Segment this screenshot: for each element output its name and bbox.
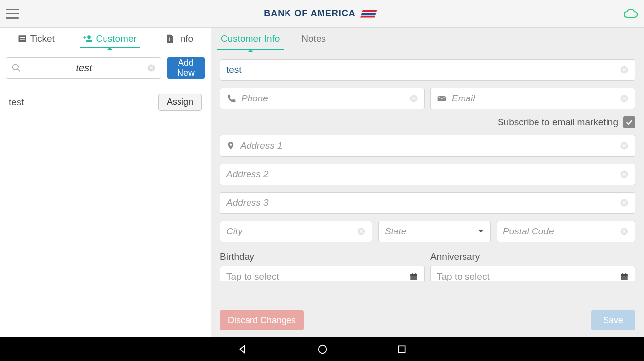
search-result-row[interactable]: test Assign [0, 86, 211, 119]
discard-button[interactable]: Discard Changes [220, 310, 304, 330]
brand-text: BANK OF AMERICA [264, 8, 355, 19]
content-tabs: Customer Info Notes [211, 28, 644, 50]
svg-rect-33 [398, 346, 405, 352]
clear-search-icon[interactable] [147, 64, 156, 72]
tab-info[interactable]: Info [162, 31, 196, 47]
svg-rect-5 [20, 39, 25, 40]
svg-rect-1 [361, 13, 376, 15]
tab-notes[interactable]: Notes [300, 29, 327, 49]
address2-field[interactable] [220, 164, 635, 185]
add-customer-icon [83, 34, 93, 44]
address1-input[interactable] [240, 140, 620, 151]
ticket-icon [17, 34, 27, 44]
calendar-icon [620, 272, 629, 281]
anniversary-placeholder: Tap to select [437, 271, 490, 281]
clear-icon[interactable] [620, 94, 629, 103]
nav-home-icon[interactable] [317, 344, 328, 355]
svg-rect-8 [85, 36, 86, 39]
tab-ticket-label: Ticket [30, 33, 55, 44]
email-icon [437, 94, 447, 103]
birthday-field[interactable]: Tap to select [220, 266, 425, 281]
svg-rect-10 [170, 36, 171, 37]
search-input[interactable] [21, 63, 147, 74]
svg-rect-31 [625, 273, 626, 275]
anniversary-field[interactable]: Tap to select [430, 266, 635, 281]
svg-rect-4 [20, 37, 25, 38]
phone-icon [226, 94, 236, 103]
name-field[interactable] [220, 59, 635, 81]
clear-icon[interactable] [620, 198, 629, 207]
result-name: test [9, 97, 24, 108]
date-labels-row: Birthday Anniversary [220, 251, 635, 262]
email-input[interactable] [452, 93, 620, 104]
search-box[interactable] [6, 57, 161, 79]
save-button[interactable]: Save [591, 310, 635, 330]
svg-rect-27 [415, 273, 416, 275]
clear-icon[interactable] [620, 66, 629, 74]
city-input[interactable] [226, 226, 357, 237]
clear-icon[interactable] [620, 170, 629, 179]
nav-recent-icon[interactable] [397, 344, 407, 354]
svg-rect-30 [622, 273, 623, 275]
birthday-placeholder: Tap to select [226, 271, 279, 281]
menu-icon[interactable] [6, 9, 19, 19]
action-bar: Discard Changes Save [211, 303, 644, 337]
subscribe-row: Subscribe to email marketing [220, 116, 635, 128]
clear-icon[interactable] [620, 141, 629, 150]
address2-input[interactable] [226, 169, 620, 180]
search-icon [11, 63, 21, 73]
sidebar: Ticket Customer Info Add New test Assign [0, 28, 211, 337]
svg-rect-29 [621, 274, 628, 276]
tab-customer-info-label: Customer Info [221, 33, 280, 44]
brand-logo: BANK OF AMERICA [264, 8, 378, 19]
tab-customer[interactable]: Customer [80, 31, 139, 47]
city-field[interactable] [220, 221, 372, 242]
cloud-sync-icon[interactable] [623, 8, 638, 19]
info-file-icon [165, 34, 175, 44]
anniversary-label: Anniversary [430, 251, 635, 262]
subscribe-checkbox[interactable] [623, 116, 635, 128]
phone-field[interactable] [220, 88, 425, 109]
main-area: Ticket Customer Info Add New test Assign [0, 28, 644, 337]
tab-customer-info[interactable]: Customer Info [220, 29, 281, 49]
clear-icon[interactable] [620, 227, 629, 236]
nav-back-icon[interactable] [237, 344, 248, 355]
postal-input[interactable] [503, 226, 620, 237]
tab-customer-label: Customer [96, 33, 136, 44]
form-divider [220, 284, 635, 284]
phone-input[interactable] [241, 93, 409, 104]
tab-ticket[interactable]: Ticket [14, 31, 58, 47]
svg-point-32 [319, 345, 327, 354]
assign-button[interactable]: Assign [158, 94, 202, 111]
add-new-button[interactable]: Add New [167, 57, 205, 79]
top-bar: BANK OF AMERICA [0, 0, 644, 28]
svg-point-6 [88, 35, 91, 39]
svg-rect-25 [410, 274, 417, 276]
chevron-down-icon [477, 228, 484, 235]
svg-point-11 [13, 65, 19, 70]
name-input[interactable] [226, 65, 614, 75]
tab-info-label: Info [178, 33, 193, 44]
brand-flag-icon [359, 9, 378, 19]
address3-field[interactable] [220, 192, 635, 214]
state-placeholder: State [385, 226, 406, 237]
svg-line-12 [18, 69, 20, 72]
calendar-icon [409, 272, 418, 281]
postal-field[interactable] [497, 221, 635, 242]
svg-rect-26 [412, 273, 413, 275]
subscribe-label: Subscribe to email marketing [498, 117, 618, 128]
form-area: Subscribe to email marketing [211, 50, 644, 303]
android-nav-bar [0, 337, 644, 361]
sidebar-tabs: Ticket Customer Info [0, 28, 211, 50]
address3-input[interactable] [226, 197, 620, 208]
state-select[interactable]: State [378, 221, 491, 242]
email-field[interactable] [430, 88, 635, 109]
clear-icon[interactable] [357, 227, 366, 236]
tab-notes-label: Notes [301, 33, 326, 44]
birthday-label: Birthday [220, 251, 425, 262]
svg-rect-16 [438, 96, 446, 101]
address1-field[interactable] [220, 135, 635, 157]
svg-rect-2 [360, 15, 375, 17]
clear-icon[interactable] [409, 94, 418, 103]
location-icon [226, 140, 235, 151]
